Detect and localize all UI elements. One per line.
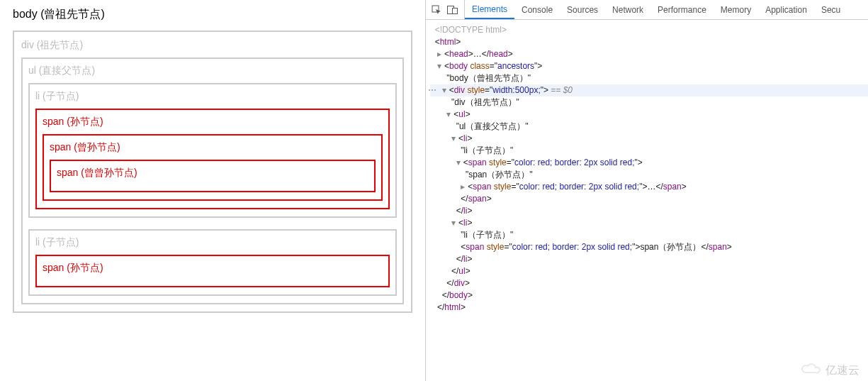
span1-node[interactable]: span (468, 158, 487, 167)
span4-node[interactable]: span (466, 242, 484, 252)
body-node[interactable]: body (449, 61, 468, 71)
body-text-node[interactable]: "body（曾祖先节点）" (446, 73, 531, 83)
tab-memory[interactable]: Memory (714, 0, 758, 19)
html-open[interactable]: html (440, 37, 456, 47)
li2-label: li (子节点) (35, 236, 390, 249)
div-text-node[interactable]: "div（祖先节点）" (451, 97, 519, 107)
li2-close[interactable]: li (463, 254, 467, 264)
ul-close[interactable]: ul (458, 266, 465, 276)
li1-box: li (子节点) span (孙节点) span (曾孙节点) span (曾曾… (28, 83, 397, 218)
span2-box: span (曾孙节点) span (曾曾孙节点) (43, 134, 383, 201)
li1-node[interactable]: li (463, 133, 467, 143)
doctype-node[interactable]: <!DOCTYPE html> (435, 25, 507, 35)
tab-console[interactable]: Console (514, 0, 560, 19)
span1-label: span (孙节点) (43, 116, 383, 128)
ul-label: ul (直接父节点) (28, 65, 397, 77)
svg-rect-2 (453, 8, 458, 13)
body-close[interactable]: body (449, 290, 468, 300)
span2-label: span (曾孙节点) (50, 141, 376, 154)
li1-close[interactable]: li (463, 206, 467, 216)
tab-sources[interactable]: Sources (560, 0, 605, 19)
div-close[interactable]: div (454, 278, 465, 288)
div-box: div (祖先节点) ul (直接父节点) li (子节点) span (孙节点… (13, 31, 412, 313)
ul-box: ul (直接父节点) li (子节点) span (孙节点) span (曾孙节… (21, 57, 404, 304)
dom-tree[interactable]: <!DOCTYPE html> <html> ▸<head>…</head> ▾… (426, 20, 868, 381)
tab-performance[interactable]: Performance (650, 0, 714, 19)
span3-box: span (曾曾孙节点) (50, 160, 376, 192)
li1-label: li (子节点) (35, 90, 390, 103)
tab-application[interactable]: Application (758, 0, 814, 19)
selected-dom-node[interactable]: ⋯ ▾<div style="width:500px;"> == $0 (430, 84, 868, 96)
rendered-page: body (曾祖先节点) div (祖先节点) ul (直接父节点) li (子… (0, 0, 425, 381)
span2-node[interactable]: span (473, 182, 491, 192)
devtools-tabbar: Elements Console Sources Network Perform… (426, 0, 868, 20)
span4-box: span (孙节点) (35, 255, 390, 287)
li2-text-node[interactable]: "li（子节点）" (461, 230, 513, 240)
li2-box: li (子节点) span (孙节点) (28, 229, 397, 296)
span1-text-node[interactable]: "span（孙节点）" (466, 170, 533, 180)
device-toggle-icon[interactable] (447, 5, 458, 15)
tab-network[interactable]: Network (605, 0, 650, 19)
span3-label: span (曾曾孙节点) (57, 167, 368, 180)
tab-elements[interactable]: Elements (465, 0, 514, 19)
ul-text-node[interactable]: "ul（直接父节点）" (456, 121, 529, 131)
body-label: body (曾祖先节点) (13, 7, 412, 22)
html-close[interactable]: html (444, 302, 461, 312)
div-label: div (祖先节点) (21, 39, 404, 52)
span1-close[interactable]: span (468, 194, 487, 204)
head-node[interactable]: head (449, 49, 468, 59)
inspect-icon[interactable] (432, 5, 441, 15)
span1-box: span (孙节点) span (曾孙节点) span (曾曾孙节点) (35, 109, 390, 209)
tab-security[interactable]: Secu (814, 0, 847, 19)
watermark: 亿速云 (800, 363, 859, 377)
ul-node[interactable]: ul (458, 109, 465, 119)
devtools-panel: Elements Console Sources Network Perform… (425, 0, 868, 381)
span4-label: span (孙节点) (43, 262, 383, 275)
li1-text-node[interactable]: "li（子节点）" (461, 145, 513, 155)
li2-node[interactable]: li (463, 218, 467, 228)
